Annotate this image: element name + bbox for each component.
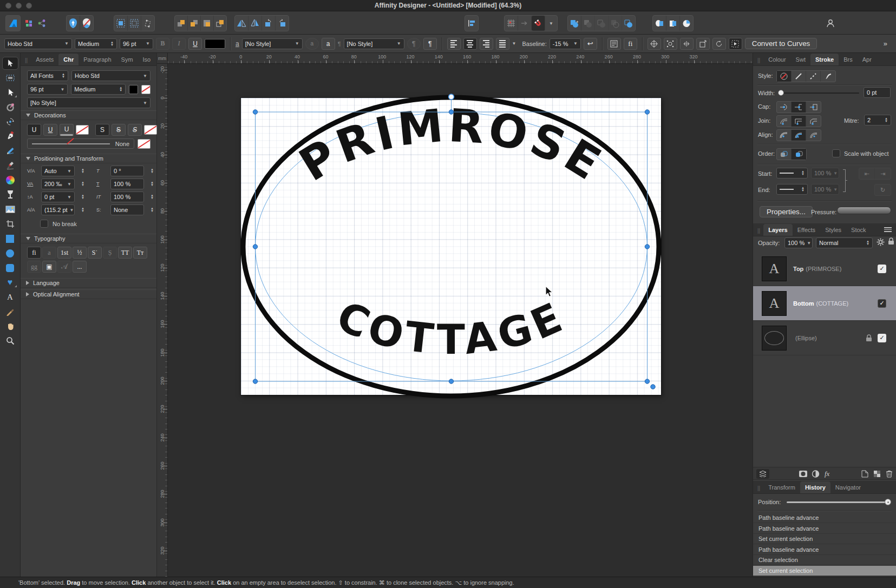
history-item[interactable]: Set current selection — [753, 566, 896, 576]
hscale-field[interactable]: 100 % — [110, 179, 144, 189]
width-slider-knob[interactable] — [778, 90, 784, 96]
minimize-window-button[interactable] — [16, 3, 22, 9]
stepper-icon[interactable]: ▲▼ — [81, 194, 84, 200]
history-item[interactable]: Clear selection — [753, 555, 896, 565]
stroke-solid-button[interactable] — [792, 71, 806, 82]
optical-alignment-section-header[interactable]: Optical Alignment — [21, 289, 156, 299]
align-right-text-button[interactable] — [480, 38, 493, 50]
designer-persona-button[interactable] — [67, 16, 80, 31]
character-style-select[interactable]: [No Style]▼ — [242, 38, 303, 49]
underline-heavy-button[interactable]: U — [60, 124, 74, 136]
leading-select[interactable]: (115.2 pt▼ — [41, 204, 75, 215]
tab-brs[interactable]: Brs — [839, 54, 858, 65]
reverse-curve-icon[interactable]: ↻ — [875, 184, 891, 195]
all-caps-button[interactable]: TT — [118, 247, 132, 259]
strike-single-button[interactable]: S — [95, 124, 109, 136]
round-cap-button[interactable] — [777, 102, 792, 113]
layer-visibility-checkbox[interactable]: ✓ — [878, 299, 886, 308]
typography-section-header[interactable]: Typography — [21, 234, 156, 243]
background-stroke-widget[interactable]: None — [27, 138, 134, 149]
tab-sym[interactable]: Sym — [116, 54, 138, 65]
geometry-square-icon[interactable] — [666, 16, 680, 31]
language-section-header[interactable]: Language — [21, 278, 156, 288]
pixel-persona-button[interactable] — [80, 16, 93, 31]
rounded-rectangle-tool[interactable] — [3, 262, 18, 274]
layer-lock-icon[interactable] — [888, 237, 894, 245]
tab-stroke[interactable]: Stroke — [810, 54, 839, 65]
swap-start-icon[interactable]: ⇤ — [859, 168, 875, 179]
butt-cap-button[interactable] — [792, 102, 806, 113]
width-slider-track[interactable] — [779, 93, 859, 94]
view-tool[interactable] — [3, 320, 18, 332]
panel-font-size-select[interactable]: 96 pt▼ — [27, 84, 68, 95]
panel-grip-icon[interactable]: || — [757, 485, 760, 491]
insert-inside-icon[interactable] — [201, 16, 214, 31]
heart-shape-tool[interactable]: ♥ — [3, 276, 18, 288]
boolean-intersect-icon[interactable] — [595, 16, 609, 31]
layer-thumbnail[interactable]: A — [762, 291, 787, 316]
align-centre-button[interactable] — [777, 130, 792, 141]
text-frame-icon[interactable] — [607, 38, 621, 50]
tab-swt[interactable]: Swt — [791, 54, 810, 65]
artistic-text-tool[interactable]: A — [3, 291, 18, 303]
pencil-tool[interactable] — [3, 145, 18, 157]
width-value-field[interactable]: 0 pt — [864, 87, 891, 98]
transform-box-icon[interactable] — [696, 38, 710, 50]
move-by-whole-pixels-icon[interactable] — [518, 16, 532, 31]
subscript-button[interactable]: Ṣ — [103, 247, 117, 259]
shear-field[interactable]: 0 ° — [110, 166, 144, 176]
pen-tool[interactable] — [3, 130, 18, 142]
rotation-handle[interactable] — [449, 94, 454, 100]
pixel-align-icon[interactable] — [505, 16, 518, 31]
replace-selection-icon[interactable] — [214, 16, 226, 31]
font-weight-select[interactable]: Medium▲▼ — [75, 38, 117, 49]
tab-chr[interactable]: Chr — [58, 54, 79, 65]
ordinals-button[interactable]: 1st — [57, 247, 71, 259]
move-tool[interactable] — [3, 57, 18, 69]
history-item[interactable]: Set current selection — [753, 534, 896, 544]
tracking-select[interactable]: 200 ‰▼ — [41, 179, 75, 189]
delete-layer-icon[interactable] — [886, 470, 893, 478]
rectangle-tool[interactable] — [3, 233, 18, 245]
kerning-select[interactable]: Auto▼ — [41, 166, 75, 176]
superscript-button[interactable]: S˙ — [88, 247, 102, 259]
update-paragraph-style-button[interactable]: ¶ — [407, 38, 421, 50]
pixel-grid-toggle[interactable] — [23, 15, 35, 31]
align-center-text-button[interactable] — [463, 38, 477, 50]
align-outside-button[interactable] — [806, 130, 821, 141]
panel-grip-icon[interactable]: || — [757, 228, 760, 234]
tab-assets[interactable]: Assets — [31, 54, 58, 65]
show-paragraph-button[interactable]: ¶ — [423, 38, 437, 50]
stroke-behind-button[interactable] — [777, 149, 792, 160]
history-slider-knob[interactable] — [885, 499, 891, 505]
tab-stock[interactable]: Stock — [846, 224, 871, 236]
stepper-icon[interactable]: ▲▼ — [151, 194, 154, 200]
paragraph-style-select[interactable]: [No Style]▼ — [344, 38, 404, 49]
swash-button[interactable]: 𝒜 — [57, 261, 71, 273]
close-window-button[interactable] — [5, 3, 11, 9]
point-transform-tool[interactable] — [3, 101, 18, 113]
small-caps-button[interactable]: Tᴛ — [133, 247, 147, 259]
text-style-select[interactable]: [No Style]▼ — [27, 97, 151, 108]
snapping-magnet-icon[interactable] — [532, 16, 545, 31]
tab-layers[interactable]: Layers — [763, 224, 792, 236]
new-layer-icon[interactable] — [861, 470, 868, 478]
fill-tool[interactable] — [3, 174, 18, 186]
strike-colour-swatch[interactable] — [144, 125, 157, 135]
tab-colour[interactable]: Colour — [763, 54, 790, 65]
toolbar-overflow-icon[interactable]: » — [884, 39, 887, 48]
end-style-select[interactable]: ▲▼ — [776, 184, 808, 195]
vector-brush-tool[interactable] — [3, 160, 18, 171]
transparency-tool[interactable] — [3, 189, 18, 201]
layer-row[interactable]: ABottom(COTTAGE)✓ — [753, 286, 896, 321]
stylistic-sets-button[interactable]: gg — [27, 261, 41, 273]
contour-tool[interactable] — [3, 116, 18, 128]
vscale-field[interactable]: 100 % — [110, 191, 144, 202]
positional-forms-button[interactable]: ▣ — [42, 261, 56, 273]
bold-button[interactable]: B — [156, 38, 169, 50]
insert-target-icon[interactable] — [729, 38, 742, 50]
pressure-profile[interactable] — [837, 207, 891, 214]
underline-double-button[interactable]: U — [43, 124, 57, 136]
rotate-ccw-icon[interactable] — [262, 16, 276, 31]
alignment-button[interactable] — [465, 15, 479, 31]
